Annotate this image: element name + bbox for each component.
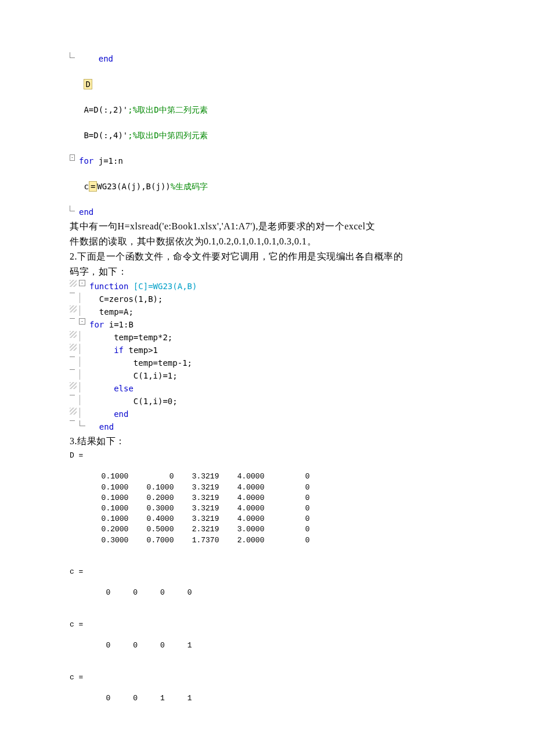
paragraph-line-3: 2.下面是一个函数文件，命令文件要对它调用，它的作用是实现编出各自概率的 (70, 250, 464, 264)
code-line (70, 91, 464, 103)
gutter-dash-icon (70, 369, 75, 370)
code-text (79, 167, 464, 180)
code-line: else (66, 382, 464, 395)
code-line (70, 116, 464, 129)
fold-box-icon: - (79, 318, 85, 325)
paragraph-line-1: 其中有一句H=xlsread('e:Book1.xlsx','A1:A7'),是… (70, 219, 464, 233)
code-line (70, 65, 464, 78)
code-text: else (89, 382, 464, 395)
code-line: -for i=1:B (66, 318, 464, 331)
code-line (70, 142, 464, 154)
code-line: c=WG23(A(j),B(j))%生成码字 (70, 180, 464, 193)
code-line (70, 193, 464, 206)
code-text: for i=1:B (89, 318, 464, 331)
fold-corner-icon (70, 206, 75, 211)
gutter-hatch-icon (70, 305, 77, 312)
gutter-hatch-icon (70, 344, 77, 351)
code-text: B=D(:,4)';%取出D中第四列元素 (79, 129, 464, 142)
code-line: C=zeros(1,B); (66, 293, 464, 305)
fold-pipe-icon (80, 382, 85, 393)
fold-box-icon: - (70, 154, 75, 161)
code-text: C(1,i)=0; (89, 395, 464, 408)
code-line (70, 167, 464, 180)
paragraph-line-2: 件数据的读取，其中数据依次为0.1,0.2,0.1,0.1,0.1,0.3,0.… (70, 235, 464, 249)
result-heading: 3.结果如下： (70, 434, 464, 448)
gutter-hatch-icon (70, 382, 77, 389)
code-text: for j=1:n (79, 154, 464, 167)
code-line: -for j=1:n (70, 154, 464, 167)
fold-pipe-icon (80, 357, 85, 367)
code-text: A=D(:,2)';%取出D中第二列元素 (79, 103, 464, 116)
code-line: D (70, 78, 464, 91)
fold-corner-icon (80, 420, 85, 426)
fold-box-icon: - (79, 280, 85, 286)
code-text: if temp>1 (89, 344, 464, 357)
gutter-hatch-icon (70, 408, 77, 415)
fold-pipe-icon (80, 305, 85, 316)
code-text: C(1,i)=1; (89, 369, 464, 382)
code-text: D (79, 78, 464, 91)
code-text: function [C]=WG23(A,B) (89, 280, 464, 293)
code-text: temp=temp*2; (89, 331, 464, 344)
code-line: end (66, 408, 464, 420)
fold-corner-icon (70, 52, 75, 58)
code-text (79, 142, 464, 154)
code-block-2: -function [C]=WG23(A,B) C=zeros(1,B); te… (66, 280, 464, 433)
code-text (79, 116, 464, 129)
gutter-dash-icon (70, 293, 75, 293)
code-block-1: end D A=D(:,2)';%取出D中第二列元素 B=D(:,4)';%取出… (70, 52, 464, 218)
fold-pipe-icon (80, 344, 85, 354)
fold-pipe-icon (80, 293, 85, 303)
code-line: end (66, 420, 464, 433)
output-block: D = 0.1000 0 3.3219 4.0000 0 0.1000 0.10… (70, 451, 464, 725)
code-line: B=D(:,4)';%取出D中第四列元素 (70, 129, 464, 142)
paragraph-line-4: 码字，如下： (70, 265, 464, 279)
document-page: end D A=D(:,2)';%取出D中第二列元素 B=D(:,4)';%取出… (0, 0, 534, 754)
code-line: end (70, 52, 464, 65)
gutter-dash-icon (70, 318, 75, 319)
fold-pipe-icon (80, 369, 85, 380)
code-line: C(1,i)=0; (66, 395, 464, 408)
gutter-dash-icon (70, 395, 75, 395)
code-text: temp=temp-1; (89, 357, 464, 369)
gutter-dash-icon (70, 357, 75, 357)
code-line: -function [C]=WG23(A,B) (66, 280, 464, 293)
code-text: temp=A; (89, 305, 464, 318)
code-text: C=zeros(1,B); (89, 293, 464, 305)
code-line: end (70, 206, 464, 218)
code-line: A=D(:,2)';%取出D中第二列元素 (70, 103, 464, 116)
fold-pipe-icon (80, 331, 85, 341)
gutter-dash-icon (70, 420, 75, 421)
code-line: C(1,i)=1; (66, 369, 464, 382)
code-line: temp=temp*2; (66, 331, 464, 344)
code-text: end (89, 420, 464, 433)
code-line: temp=temp-1; (66, 357, 464, 369)
gutter-hatch-icon (70, 331, 77, 338)
code-text: end (89, 408, 464, 420)
code-line: temp=A; (66, 305, 464, 318)
code-text (79, 65, 464, 78)
gutter-hatch-icon (70, 280, 77, 287)
code-text: c=WG23(A(j),B(j))%生成码字 (79, 180, 464, 193)
code-text (79, 91, 464, 103)
code-text (79, 193, 464, 206)
code-text: end (79, 52, 464, 65)
fold-pipe-icon (80, 408, 85, 418)
code-text: end (79, 206, 464, 218)
fold-pipe-icon (80, 395, 85, 405)
code-line: if temp>1 (66, 344, 464, 357)
